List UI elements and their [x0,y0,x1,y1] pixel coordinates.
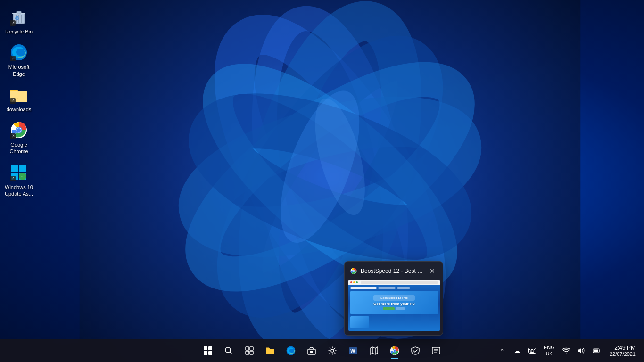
downloads-label: downloads [7,106,32,113]
svg-rect-57 [529,349,530,350]
downloads-shortcut-arrow: ↗ [10,98,16,104]
keyboard-icon [528,348,536,354]
keyboard-tray-button[interactable] [527,341,538,360]
svg-text:↓: ↓ [16,94,19,100]
svg-point-51 [394,350,396,352]
chrome-icon-desktop[interactable]: ↗ Google Chrome [0,118,38,158]
taskbar: W [0,339,644,362]
wallpaper [71,0,589,362]
mini-browser-preview: BoostSpeed 12 Free Get more from your PC [348,280,440,331]
settings-icon [328,346,337,355]
volume-button[interactable] [576,341,587,360]
svg-rect-62 [531,351,532,352]
svg-text:W: W [350,348,355,354]
language-region: UK [546,351,553,357]
shortcut-arrow: ↗ [10,20,16,26]
chrome-taskbar-icon [390,346,399,355]
chrome-label: Google Chrome [3,141,35,155]
windows-update-label: Windows 10 Update As... [3,184,35,197]
start-button[interactable] [198,341,217,360]
taskbar-right: ^ ☁ [496,341,639,360]
word-button[interactable]: W [344,341,363,360]
wifi-button[interactable] [561,341,572,360]
defender-button[interactable] [406,341,425,360]
thumbnail-chrome-icon [350,268,357,274]
battery-button[interactable] [591,341,602,360]
edge-label: Microsoft Edge [3,64,35,77]
svg-point-33 [353,270,354,272]
svg-text:↑: ↑ [21,174,23,179]
news-icon [432,346,440,355]
svg-rect-59 [532,349,533,350]
svg-line-35 [230,352,232,354]
svg-point-43 [331,349,334,352]
thumbnail-close-button[interactable]: ✕ [428,266,437,276]
svg-rect-58 [531,349,532,350]
svg-rect-42 [310,351,313,353]
edge-taskbar-icon [286,346,296,355]
svg-rect-24 [11,165,18,172]
desktop-icons: ♻ ↗ Recycle Bin ↗ Microsoft Edge [0,0,38,205]
chrome-shortcut-arrow: ↗ [10,133,16,139]
file-explorer-icon [265,346,275,355]
windows-update-shortcut-arrow: ↗ [10,176,16,181]
task-view-icon [245,346,254,355]
onedrive-icon: ☁ [514,347,520,354]
file-explorer-button[interactable] [261,341,280,360]
time-display: 2:49 PM [614,345,636,351]
language-button[interactable]: ENG UK [542,341,557,360]
svg-rect-36 [246,347,249,350]
svg-point-23 [17,128,21,132]
thumbnail-title: BoostSpeed 12 - Best PC Opti... [361,268,424,274]
svg-rect-25 [19,165,26,172]
maps-button[interactable] [364,341,383,360]
svg-rect-67 [594,350,598,352]
thumbnail-header: BoostSpeed 12 - Best PC Opti... ✕ [348,265,439,277]
svg-rect-63 [533,351,534,352]
clock-area[interactable]: 2:49 PM 22/07/2021 [606,345,639,357]
settings-button[interactable] [323,341,342,360]
taskbar-center: W [198,341,446,360]
search-icon [224,346,233,355]
downloads-folder-icon[interactable]: ↓ ↗ downloads [0,82,38,115]
maps-icon [370,346,378,355]
edge-taskbar-button[interactable] [281,341,300,360]
edge-icon-desktop[interactable]: ↗ Microsoft Edge [0,40,38,80]
battery-icon [593,347,600,354]
chrome-taskbar-button[interactable] [385,341,404,360]
store-icon [307,346,316,355]
show-hidden-icons-button[interactable]: ^ [496,341,508,360]
recycle-bin-label: Recycle Bin [5,28,33,35]
onedrive-tray-button[interactable]: ☁ [512,341,523,360]
desktop: ♻ ↗ Recycle Bin ↗ Microsoft Edge [0,0,644,362]
recycle-bin-icon[interactable]: ♻ ↗ Recycle Bin [0,5,38,38]
language-label: ENG [544,345,555,351]
thumbnail-preview[interactable]: BoostSpeed 12 Free Get more from your PC [348,280,440,331]
word-icon: W [349,346,357,355]
svg-line-16 [21,15,22,23]
volume-icon [578,347,585,354]
svg-rect-66 [599,350,600,352]
svg-rect-38 [246,351,249,354]
news-button[interactable] [427,341,446,360]
wifi-icon [562,347,570,354]
defender-icon [411,346,420,355]
svg-rect-60 [534,349,535,350]
chrome-thumbnail-popup: BoostSpeed 12 - Best PC Opti... ✕ [344,261,443,336]
windows-update-icon[interactable]: ↑ ↗ Windows 10 Update As... [0,160,38,200]
edge-shortcut-arrow: ↗ [10,56,16,61]
search-button[interactable] [219,341,238,360]
svg-rect-39 [250,351,253,354]
chevron-icon: ^ [501,348,503,354]
svg-rect-61 [530,351,531,352]
date-display: 22/07/2021 [610,351,636,357]
svg-rect-13 [17,11,21,13]
svg-rect-64 [530,352,534,353]
svg-rect-37 [250,347,253,350]
store-button[interactable] [302,341,321,360]
task-view-button[interactable] [240,341,259,360]
